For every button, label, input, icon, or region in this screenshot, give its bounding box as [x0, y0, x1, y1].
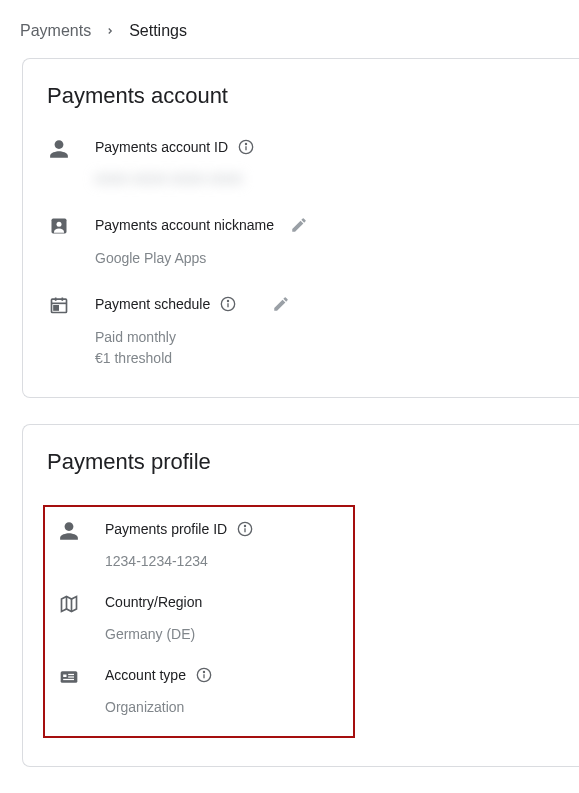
svg-point-2 [246, 143, 247, 144]
payments-profile-card: Payments profile Payments profile ID 123… [22, 424, 579, 767]
account-type-row: Account type Organization [57, 667, 341, 724]
payment-schedule-label: Payment schedule [95, 296, 210, 312]
payments-account-title: Payments account [47, 83, 555, 109]
profile-id-row: Payments profile ID 1234-1234-1234 [57, 521, 341, 594]
breadcrumb: Payments Settings [0, 0, 579, 58]
profile-id-value: 1234-1234-1234 [105, 551, 341, 572]
svg-point-4 [57, 222, 62, 227]
person-icon [57, 519, 81, 543]
profile-highlight-box: Payments profile ID 1234-1234-1234 Count… [43, 505, 355, 738]
svg-point-12 [228, 300, 229, 301]
svg-marker-16 [62, 597, 77, 612]
breadcrumb-parent[interactable]: Payments [20, 22, 91, 40]
payments-profile-title: Payments profile [47, 449, 555, 475]
country-region-label: Country/Region [105, 594, 202, 610]
account-id-row: Payments account ID 0000-0000-0000-0000 [47, 139, 555, 216]
account-type-value: Organization [105, 697, 341, 718]
chevron-right-icon [105, 26, 115, 36]
account-nickname-label: Payments account nickname [95, 217, 274, 233]
svg-rect-20 [63, 675, 66, 678]
svg-point-15 [245, 525, 246, 526]
payments-account-card: Payments account Payments account ID 000… [22, 58, 579, 398]
account-id-label: Payments account ID [95, 139, 228, 155]
account-nickname-row: Payments account nickname Google Play Ap… [47, 216, 555, 295]
svg-rect-9 [54, 306, 58, 310]
account-type-label: Account type [105, 667, 186, 683]
profile-id-label: Payments profile ID [105, 521, 227, 537]
schedule-line-2: €1 threshold [95, 348, 555, 369]
payment-schedule-row: Payment schedule Paid monthly €1 thresho… [47, 295, 555, 369]
card-icon [57, 665, 81, 689]
info-icon[interactable] [196, 667, 212, 683]
country-region-value: Germany (DE) [105, 624, 341, 645]
badge-icon [47, 214, 71, 238]
edit-icon[interactable] [272, 295, 290, 313]
account-nickname-value: Google Play Apps [95, 248, 555, 269]
info-icon[interactable] [237, 521, 253, 537]
calendar-icon [47, 293, 71, 317]
map-icon [57, 592, 81, 616]
edit-icon[interactable] [290, 216, 308, 234]
info-icon[interactable] [238, 139, 254, 155]
person-icon [47, 137, 71, 161]
payment-schedule-value: Paid monthly €1 threshold [95, 327, 555, 369]
account-id-value: 0000-0000-0000-0000 [95, 169, 555, 190]
info-icon[interactable] [220, 296, 236, 312]
country-region-row: Country/Region Germany (DE) [57, 594, 341, 667]
svg-point-26 [203, 671, 204, 672]
breadcrumb-current: Settings [129, 22, 187, 40]
schedule-line-1: Paid monthly [95, 327, 555, 348]
